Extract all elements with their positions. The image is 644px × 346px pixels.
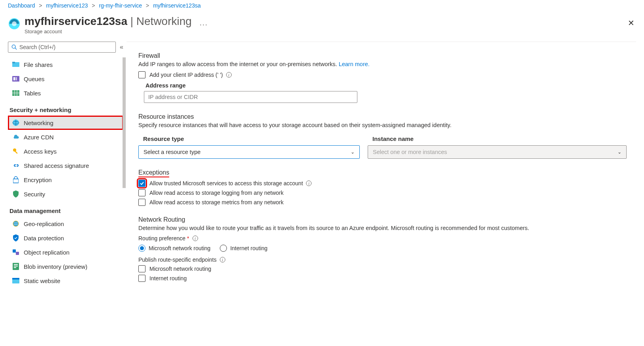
page-subtitle: Storage account — [25, 29, 192, 34]
svg-rect-18 — [15, 151, 17, 154]
allow-trusted-label: Allow trusted Microsoft services to acce… — [149, 180, 303, 186]
cloud-icon — [12, 133, 20, 141]
breadcrumb: Dashboard > myfhirservice123 > rg-my-fhi… — [0, 0, 644, 11]
address-range-label: Address range — [145, 82, 627, 89]
sidebar-item-access-keys[interactable]: Access keys — [8, 144, 123, 158]
search-input[interactable]: Search (Ctrl+/) — [8, 42, 116, 53]
sidebar-group-security: Security + networking — [8, 100, 123, 116]
sidebar-item-encryption[interactable]: Encryption — [8, 173, 123, 187]
sidebar-item-queues[interactable]: Queues — [8, 72, 123, 86]
publish-microsoft-label: Microsoft network routing — [149, 266, 211, 272]
storage-account-icon — [8, 17, 21, 30]
learn-more-link[interactable]: Learn more. — [339, 61, 370, 67]
sidebar-item-data-protection[interactable]: Data protection — [8, 231, 123, 245]
svg-rect-22 — [13, 249, 16, 253]
breadcrumb-link[interactable]: myfhirservice123 — [46, 2, 88, 9]
svg-point-1 — [12, 21, 17, 26]
lock-icon — [12, 176, 20, 184]
chevron-down-icon: ⌄ — [618, 149, 621, 155]
routing-microsoft-radio[interactable]: Microsoft network routing — [138, 245, 210, 252]
svg-rect-23 — [16, 252, 19, 255]
sidebar-item-networking[interactable]: Networking — [8, 116, 123, 130]
chevron-right-icon: > — [39, 2, 42, 9]
info-icon[interactable]: i — [306, 181, 312, 186]
replication-icon — [12, 248, 20, 256]
publish-internet-label: Internet routing — [149, 275, 187, 281]
shield-check-icon — [12, 234, 20, 242]
allow-logging-label: Allow read access to storage logging fro… — [149, 190, 283, 196]
sidebar-item-static-website[interactable]: Static website — [8, 274, 123, 288]
sidebar-item-sas[interactable]: Shared access signature — [8, 158, 123, 173]
sidebar-item-tables[interactable]: Tables — [8, 86, 123, 100]
chevron-right-icon: > — [146, 2, 149, 9]
link-icon — [12, 162, 20, 169]
sidebar-item-security[interactable]: Security — [8, 187, 123, 201]
sidebar-item-object-replication[interactable]: Object replication — [8, 245, 123, 259]
svg-rect-26 — [14, 266, 18, 266]
address-range-input[interactable] — [144, 91, 357, 103]
add-client-ip-checkbox[interactable] — [138, 71, 145, 78]
tables-icon — [12, 89, 20, 97]
svg-rect-25 — [14, 264, 18, 265]
info-icon[interactable]: i — [226, 72, 232, 78]
instance-name-header: Instance name — [368, 132, 627, 145]
svg-line-3 — [15, 48, 17, 49]
firewall-heading: Firewall — [138, 52, 627, 59]
info-icon[interactable]: i — [193, 236, 198, 241]
network-routing-desc: Determine how you would like to route yo… — [138, 225, 627, 231]
sidebar-item-file-shares[interactable]: File shares — [8, 57, 123, 72]
resource-type-select[interactable]: Select a resource type ⌄ — [138, 145, 360, 159]
svg-rect-9 — [12, 90, 19, 96]
sidebar: Search (Ctrl+/) « File shares Queues Tab… — [0, 42, 127, 294]
svg-rect-8 — [15, 77, 17, 80]
sidebar-item-blob-inventory[interactable]: Blob inventory (preview) — [8, 259, 123, 274]
queues-icon — [12, 75, 20, 83]
resource-type-header: Resource type — [138, 132, 360, 145]
search-icon — [11, 44, 17, 50]
svg-rect-5 — [12, 62, 15, 63]
allow-metrics-checkbox[interactable] — [138, 199, 145, 206]
website-icon — [12, 277, 20, 285]
svg-point-17 — [13, 148, 16, 152]
scrollbar[interactable] — [123, 57, 126, 188]
network-routing-heading: Network Routing — [138, 216, 627, 223]
svg-rect-7 — [13, 77, 15, 80]
resource-instances-heading: Resource instances — [138, 113, 627, 120]
close-icon[interactable]: ✕ — [628, 18, 635, 28]
radio-off-icon — [220, 245, 227, 252]
info-icon[interactable]: i — [220, 257, 225, 262]
main-content: Firewall Add IP ranges to allow access f… — [127, 42, 636, 294]
routing-preference-label: Routing preference — [138, 235, 185, 241]
routing-internet-radio[interactable]: Internet routing — [220, 245, 267, 252]
svg-rect-29 — [12, 278, 19, 279]
breadcrumb-link[interactable]: Dashboard — [8, 2, 35, 9]
breadcrumb-link[interactable]: rg-my-fhir-service — [99, 2, 142, 9]
breadcrumb-link[interactable]: myfhirservice123sa — [153, 2, 201, 9]
inventory-icon — [12, 262, 20, 270]
instance-name-select[interactable]: Select one or more instances ⌄ — [368, 145, 627, 159]
allow-metrics-label: Allow read access to storage metrics fro… — [149, 199, 283, 205]
publish-endpoints-label: Publish route-specific endpoints — [138, 257, 217, 263]
page-header: myfhirservice123sa | Networking Storage … — [0, 11, 644, 42]
page-title: myfhirservice123sa | Networking — [25, 15, 192, 28]
sidebar-item-azure-cdn[interactable]: Azure CDN — [8, 130, 123, 144]
allow-trusted-checkbox[interactable] — [138, 180, 145, 187]
allow-logging-checkbox[interactable] — [138, 189, 145, 196]
radio-on-icon — [138, 245, 145, 252]
file-shares-icon — [12, 61, 20, 68]
publish-microsoft-checkbox[interactable] — [138, 265, 145, 272]
shield-icon — [12, 190, 20, 198]
chevron-right-icon: > — [92, 2, 95, 9]
firewall-description: Add IP ranges to allow access from the i… — [138, 61, 627, 67]
required-icon: * — [187, 235, 189, 241]
collapse-icon[interactable]: « — [120, 44, 123, 51]
key-icon — [12, 147, 20, 155]
sidebar-item-geo-replication[interactable]: Geo-replication — [8, 217, 123, 231]
more-icon[interactable]: ··· — [200, 21, 208, 29]
svg-rect-27 — [14, 267, 16, 268]
add-client-ip-label: Add your client IP address (' ') — [149, 72, 223, 78]
publish-internet-checkbox[interactable] — [138, 275, 145, 282]
chevron-down-icon: ⌄ — [351, 149, 355, 155]
globe-icon — [12, 220, 20, 228]
resource-instances-desc: Specify resource instances that will hav… — [138, 122, 627, 128]
